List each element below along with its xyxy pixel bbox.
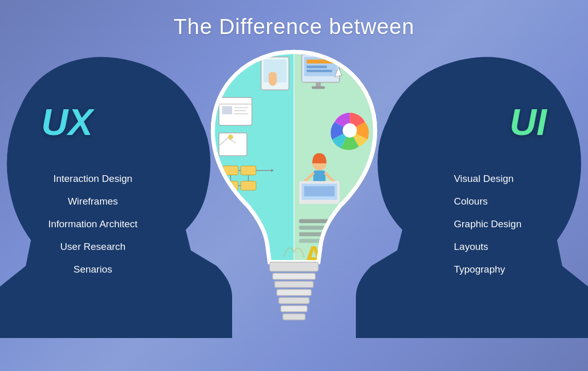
ux-item-4: User Research [21, 241, 165, 252]
ui-item-1: Visual Design [454, 173, 567, 184]
ux-items-list: Interaction Design Wireframes Informatio… [21, 173, 165, 286]
ux-item-1: Interaction Design [21, 173, 165, 184]
svg-rect-70 [275, 281, 314, 288]
page-title: The Difference between [173, 14, 414, 39]
svg-rect-10 [269, 72, 277, 82]
svg-point-35 [235, 259, 247, 271]
svg-rect-60 [299, 232, 332, 237]
svg-rect-40 [250, 256, 259, 271]
ux-item-5: Senarios [21, 264, 165, 275]
ui-item-3: Graphic Design [454, 218, 567, 230]
svg-rect-64 [339, 234, 352, 240]
lightbulb: Aa [196, 44, 392, 343]
svg-rect-68 [270, 262, 318, 272]
svg-rect-63 [339, 227, 352, 232]
ux-item-2: Wireframes [21, 196, 165, 207]
svg-rect-74 [283, 314, 305, 320]
svg-rect-72 [279, 298, 309, 304]
ux-label: UX [41, 101, 93, 143]
svg-rect-73 [281, 306, 307, 312]
ui-item-5: Typography [454, 264, 567, 275]
svg-rect-34 [223, 252, 258, 282]
svg-rect-67 [332, 255, 338, 260]
svg-marker-36 [239, 262, 244, 267]
svg-point-50 [342, 123, 357, 138]
svg-line-66 [335, 257, 345, 270]
svg-rect-44 [307, 65, 327, 68]
svg-rect-57 [304, 186, 335, 196]
ux-item-3: Information Architect [21, 218, 165, 230]
svg-line-33 [247, 228, 255, 235]
ui-items-list: Visual Design Colours Graphic Design Lay… [454, 173, 567, 286]
svg-rect-45 [307, 70, 332, 72]
svg-rect-22 [241, 166, 256, 175]
svg-rect-69 [273, 273, 316, 279]
svg-rect-24 [241, 181, 256, 190]
main-content: UX UI Interaction Design Wireframes Info… [0, 39, 588, 359]
svg-rect-62 [339, 219, 352, 224]
svg-rect-13 [222, 106, 232, 114]
ui-item-4: Layouts [454, 241, 567, 252]
svg-point-20 [228, 134, 233, 140]
svg-rect-47 [312, 87, 325, 89]
svg-rect-59 [299, 226, 327, 230]
svg-rect-71 [277, 290, 312, 296]
svg-point-32 [225, 207, 246, 227]
ui-item-2: Colours [454, 196, 567, 207]
ui-label: UI [510, 101, 547, 143]
